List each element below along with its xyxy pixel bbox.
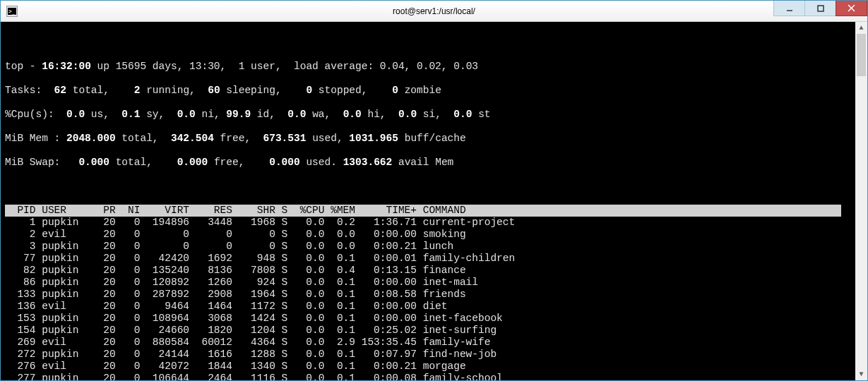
- minimize-button[interactable]: [773, 1, 805, 16]
- summary-line-1: top - 16:32:00 up 15695 days, 13:30, 1 u…: [5, 61, 855, 73]
- titlebar[interactable]: >_ root@serv1:/usr/local/: [1, 1, 867, 22]
- chevron-up-icon: ▲: [859, 22, 863, 34]
- scroll-thumb[interactable]: [857, 34, 866, 76]
- process-row: 77 pupkin 20 0 42420 1692 948 S 0.0 0.1 …: [5, 253, 855, 265]
- process-row: 136 evil 20 0 9464 1464 1172 S 0.0 0.1 0…: [5, 301, 855, 313]
- close-icon: [848, 4, 855, 12]
- summary-line-5: MiB Swap: 0.000 total, 0.000 free, 0.000…: [5, 157, 855, 169]
- process-row: 1 pupkin 20 0 194896 3448 1968 S 0.0 0.2…: [5, 217, 855, 229]
- summary-line-2: Tasks: 62 total, 2 running, 60 sleeping,…: [5, 85, 855, 97]
- minimize-icon: [786, 5, 793, 12]
- process-row: 133 pupkin 20 0 287892 2908 1964 S 0.0 0…: [5, 289, 855, 301]
- terminal-window: >_ root@serv1:/usr/local/ top - 16:32:00…: [0, 0, 868, 381]
- scroll-track[interactable]: [855, 34, 867, 368]
- scrollbar[interactable]: ▲ ▼: [855, 22, 867, 380]
- process-row: 272 pupkin 20 0 24144 1616 1288 S 0.0 0.…: [5, 349, 855, 361]
- process-row: 269 evil 20 0 880584 60012 4364 S 0.0 2.…: [5, 337, 855, 349]
- process-row: 2 evil 20 0 0 0 0 S 0.0 0.0 0:00.00 smok…: [5, 229, 855, 241]
- terminal-icon: >_: [6, 6, 18, 17]
- scroll-up-button[interactable]: ▲: [855, 22, 867, 34]
- close-button[interactable]: [836, 1, 867, 16]
- window-title: root@serv1:/usr/local/: [393, 6, 475, 16]
- process-row: 277 pupkin 20 0 106644 2464 1116 S 0.0 0…: [5, 373, 855, 380]
- process-row: 154 pupkin 20 0 24660 1820 1204 S 0.0 0.…: [5, 325, 855, 337]
- process-row: 86 pupkin 20 0 120892 1260 924 S 0.0 0.1…: [5, 277, 855, 289]
- process-row: 276 evil 20 0 42072 1844 1340 S 0.0 0.1 …: [5, 361, 855, 373]
- window-controls: [774, 1, 867, 21]
- svg-text:>_: >_: [8, 8, 16, 15]
- process-table-body: 1 pupkin 20 0 194896 3448 1968 S 0.0 0.2…: [5, 217, 855, 380]
- terminal-body[interactable]: top - 16:32:00 up 15695 days, 13:30, 1 u…: [1, 22, 867, 380]
- top-summary: top - 16:32:00 up 15695 days, 13:30, 1 u…: [5, 49, 855, 380]
- process-row: 82 pupkin 20 0 135240 8136 7808 S 0.0 0.…: [5, 265, 855, 277]
- process-row: 153 pupkin 20 0 108964 3068 1424 S 0.0 0…: [5, 313, 855, 325]
- summary-line-4: MiB Mem : 2048.000 total, 342.504 free, …: [5, 133, 855, 145]
- scroll-down-button[interactable]: ▼: [855, 368, 867, 380]
- maximize-icon: [817, 5, 824, 12]
- summary-line-3: %Cpu(s): 0.0 us, 0.1 sy, 0.0 ni, 99.9 id…: [5, 109, 855, 121]
- process-table-header: PID USER PR NI VIRT RES SHR S %CPU %MEM …: [5, 205, 841, 217]
- chevron-down-icon: ▼: [859, 368, 863, 380]
- maximize-button[interactable]: [804, 1, 836, 16]
- process-row: 3 pupkin 20 0 0 0 0 S 0.0 0.0 0:00.21 lu…: [5, 241, 855, 253]
- svg-rect-3: [818, 6, 824, 11]
